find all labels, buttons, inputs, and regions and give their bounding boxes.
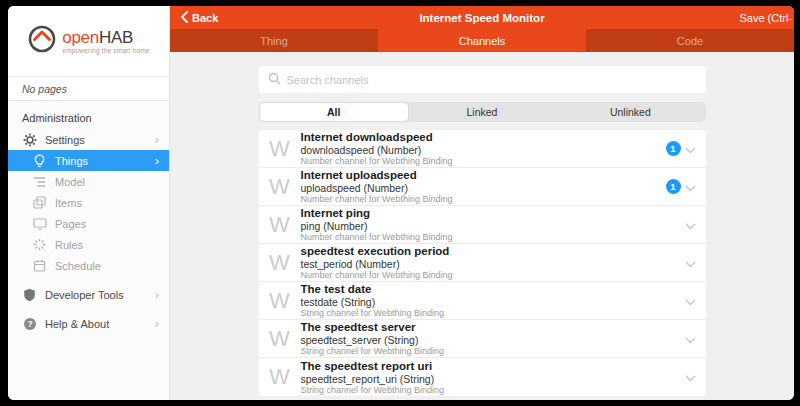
save-button[interactable]: Save (Ctrl- — [739, 12, 794, 24]
channel-title: The speedtest server — [301, 321, 685, 334]
channel-id: downloadspeed (Number) — [301, 144, 666, 156]
svg-text:?: ? — [27, 319, 32, 329]
tab-bar: Thing Channels Code — [170, 29, 794, 52]
channel-id: testdate (String) — [301, 296, 685, 308]
channel-id: test_period (Number) — [301, 258, 685, 270]
search-bar[interactable] — [259, 66, 706, 93]
channel-description: Number channel for Webthing Binding — [301, 156, 666, 167]
channel-row-test-period[interactable]: W speedtest execution period test_period… — [259, 244, 706, 282]
model-tree-icon — [32, 175, 47, 188]
channel-description: String channel for Webthing Binding — [301, 308, 685, 319]
webthing-binding-icon: W — [259, 214, 301, 236]
openhab-house-icon — [27, 24, 57, 58]
filter-unlinked[interactable]: Unlinked — [556, 103, 704, 121]
sidebar-item-model[interactable]: Model — [8, 171, 169, 192]
gear-icon — [22, 133, 37, 147]
chevron-left-icon — [180, 11, 188, 25]
channel-row-ping[interactable]: W Internet ping ping (Number) Number cha… — [259, 206, 706, 244]
channel-id: uploadspeed (Number) — [301, 182, 666, 194]
channel-list: W Internet downloadspeed downloadspeed (… — [259, 130, 706, 396]
webthing-binding-icon: W — [259, 176, 301, 198]
channel-title: speedtest execution period — [301, 245, 685, 258]
channel-description: Number channel for Webthing Binding — [301, 270, 685, 281]
tab-channels[interactable]: Channels — [378, 29, 586, 52]
tab-thing[interactable]: Thing — [170, 29, 378, 52]
channel-title: Internet uploadspeed — [301, 169, 666, 182]
channel-description: String channel for Webthing Binding — [301, 385, 685, 396]
webthing-binding-icon: W — [259, 252, 301, 274]
channel-row-uploadspeed[interactable]: W Internet uploadspeed uploadspeed (Numb… — [259, 168, 706, 206]
filter-linked[interactable]: Linked — [408, 103, 556, 121]
chevron-right-icon: › — [155, 156, 159, 166]
chevron-right-icon: › — [155, 135, 159, 145]
chevron-down-icon — [685, 330, 696, 348]
chevron-right-icon: › — [155, 290, 159, 300]
channel-row-speedtest-server[interactable]: W The speedtest server speedtest_server … — [259, 320, 706, 358]
chevron-down-icon — [685, 292, 696, 310]
channel-id: ping (Number) — [301, 220, 685, 232]
filter-segmented-control: All Linked Unlinked — [259, 102, 706, 122]
channel-id: speedtest_report_uri (String) — [301, 373, 685, 385]
sidebar-item-developer-tools[interactable]: Developer Tools › — [8, 284, 169, 305]
lightbulb-icon — [32, 154, 47, 168]
webthing-binding-icon: W — [259, 138, 301, 160]
chevron-down-icon — [685, 140, 696, 158]
brand-tagline: empowering the smart home — [62, 47, 149, 54]
channel-id: speedtest_server (String) — [301, 334, 685, 346]
channel-title: The test date — [301, 283, 685, 296]
back-button[interactable]: Back — [170, 11, 218, 25]
channel-description: Number channel for Webthing Binding — [301, 232, 685, 243]
chevron-down-icon — [685, 216, 696, 234]
rules-burst-icon — [32, 238, 47, 251]
channel-title: Internet ping — [301, 207, 685, 220]
chevron-down-icon — [685, 254, 696, 272]
app-window: openHAB empowering the smart home No pag… — [8, 6, 794, 400]
channel-row-downloadspeed[interactable]: W Internet downloadspeed downloadspeed (… — [259, 130, 706, 168]
chevron-right-icon: › — [155, 319, 159, 329]
sidebar-item-things[interactable]: Things › — [8, 150, 169, 171]
channel-description: Number channel for Webthing Binding — [301, 194, 666, 205]
search-input[interactable] — [287, 74, 697, 86]
administration-section-label: Administration — [22, 112, 169, 124]
logo-area: openHAB empowering the smart home — [8, 6, 169, 76]
sidebar-item-items[interactable]: Items — [8, 192, 169, 213]
channel-title: Internet downloadspeed — [301, 131, 666, 144]
openhab-logo: openHAB empowering the smart home — [27, 24, 149, 58]
sidebar-item-help-about[interactable]: ? Help & About › — [8, 313, 169, 334]
main-panel: Back Internet Speed Monitor Save (Ctrl- … — [170, 6, 794, 400]
brand-name: openHAB — [62, 29, 149, 46]
no-pages-placeholder: No pages — [8, 76, 169, 101]
webthing-binding-icon: W — [259, 366, 301, 388]
sidebar: openHAB empowering the smart home No pag… — [8, 6, 170, 400]
chevron-down-icon — [685, 178, 696, 196]
webthing-binding-icon: W — [259, 328, 301, 350]
tab-code[interactable]: Code — [586, 29, 794, 52]
chevron-down-icon — [685, 368, 696, 386]
shield-icon — [22, 288, 37, 302]
filter-all[interactable]: All — [260, 103, 408, 121]
items-copy-icon — [32, 196, 47, 209]
sidebar-item-schedule[interactable]: Schedule — [8, 255, 169, 276]
pages-display-icon — [32, 217, 47, 230]
channel-row-testdate[interactable]: W The test date testdate (String) String… — [259, 282, 706, 320]
sidebar-item-rules[interactable]: Rules — [8, 234, 169, 255]
sidebar-item-settings[interactable]: Settings › — [8, 129, 169, 150]
sidebar-item-pages[interactable]: Pages — [8, 213, 169, 234]
webthing-binding-icon: W — [259, 290, 301, 312]
linked-items-badge: 1 — [666, 141, 681, 156]
channel-description: String channel for Webthing Binding — [301, 346, 685, 357]
search-icon — [268, 71, 281, 89]
channel-row-speedtest-report-uri[interactable]: W The speedtest report uri speedtest_rep… — [259, 358, 706, 396]
navbar: Back Internet Speed Monitor Save (Ctrl- — [170, 6, 794, 29]
linked-items-badge: 1 — [666, 179, 681, 194]
page-title: Internet Speed Monitor — [170, 12, 794, 24]
channel-title: The speedtest report uri — [301, 360, 685, 373]
channels-content: All Linked Unlinked W Internet downloads… — [170, 52, 794, 400]
calendar-icon — [32, 259, 47, 272]
help-circle-icon: ? — [22, 317, 37, 331]
